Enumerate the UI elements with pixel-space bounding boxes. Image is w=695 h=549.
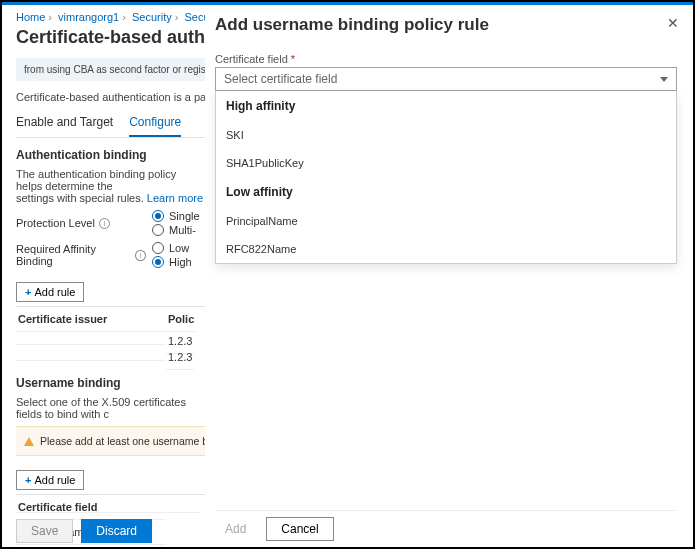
auth-binding-table: Certificate issuerPolic 1.2.3 1.2.3	[16, 306, 205, 364]
add-rule-username-binding-button[interactable]: + Add rule	[16, 470, 84, 490]
select-placeholder: Select certificate field	[224, 72, 337, 86]
required-star: *	[291, 53, 295, 65]
page-description: Certificate-based authentication is a pa…	[16, 91, 205, 103]
certificate-field-label: Certificate field	[215, 53, 288, 65]
radio-single[interactable]	[152, 210, 164, 222]
tabs: Enable and Target Configure	[16, 115, 205, 138]
radio-high[interactable]	[152, 256, 164, 268]
add-button: Add	[215, 518, 256, 540]
dropdown-item-rfc822name[interactable]: RFC822Name	[216, 235, 676, 263]
certificate-field-select[interactable]: Select certificate field	[215, 67, 677, 91]
tab-configure[interactable]: Configure	[129, 115, 181, 137]
dropdown-group-high-affinity: High affinity	[216, 91, 676, 121]
table-row: RFC822Name	[16, 545, 166, 549]
warning-banner: Please add at least one username binding…	[16, 426, 205, 456]
table-row	[16, 348, 166, 361]
table-row	[16, 332, 166, 345]
dropdown-item-ski[interactable]: SKI	[216, 121, 676, 149]
breadcrumb-security1[interactable]: Security	[132, 11, 172, 23]
breadcrumb-home[interactable]: Home	[16, 11, 45, 23]
cancel-button[interactable]: Cancel	[266, 517, 333, 541]
username-binding-heading: Username binding	[16, 376, 205, 390]
dropdown-item-principalname[interactable]: PrincipalName	[216, 207, 676, 235]
dropdown-group-low-affinity: Low affinity	[216, 177, 676, 207]
radio-multi[interactable]	[152, 224, 164, 236]
certificate-field-dropdown: High affinity SKI SHA1PublicKey Low affi…	[215, 91, 677, 264]
add-rule-auth-binding-button[interactable]: + Add rule	[16, 282, 84, 302]
dropdown-item-sha1[interactable]: SHA1PublicKey	[216, 149, 676, 177]
plus-icon: +	[25, 474, 31, 486]
page-title: Certificate-based authenticat	[16, 27, 205, 48]
learn-more-link[interactable]: Learn more	[147, 192, 203, 204]
panel-title: Add username binding policy rule	[215, 15, 677, 35]
tab-enable-target[interactable]: Enable and Target	[16, 115, 113, 137]
affinity-binding-label: Required Affinity Binding	[16, 243, 131, 267]
auth-binding-text: The authentication binding policy helps …	[16, 168, 205, 204]
discard-button[interactable]: Discard	[81, 519, 152, 543]
info-icon[interactable]: i	[99, 218, 110, 229]
th-cert-issuer: Certificate issuer	[16, 307, 166, 332]
chevron-down-icon	[660, 77, 668, 82]
info-icon[interactable]: i	[135, 250, 146, 261]
radio-low[interactable]	[152, 242, 164, 254]
breadcrumb-security2[interactable]: Security	[184, 11, 205, 23]
username-binding-text: Select one of the X.509 certificates fie…	[16, 396, 205, 420]
save-button: Save	[16, 519, 73, 543]
plus-icon: +	[25, 286, 31, 298]
breadcrumb: Home› vimrangorg1› Security› Security› A…	[16, 11, 205, 23]
warning-icon	[24, 437, 34, 446]
auth-binding-heading: Authentication binding	[16, 148, 205, 162]
side-panel: Add username binding policy rule ✕ Certi…	[205, 5, 693, 549]
close-icon[interactable]: ✕	[667, 15, 679, 31]
breadcrumb-org[interactable]: vimrangorg1	[58, 11, 119, 23]
info-banner: from using CBA as second factor or regis…	[16, 58, 205, 81]
protection-level-label: Protection Level	[16, 217, 95, 229]
